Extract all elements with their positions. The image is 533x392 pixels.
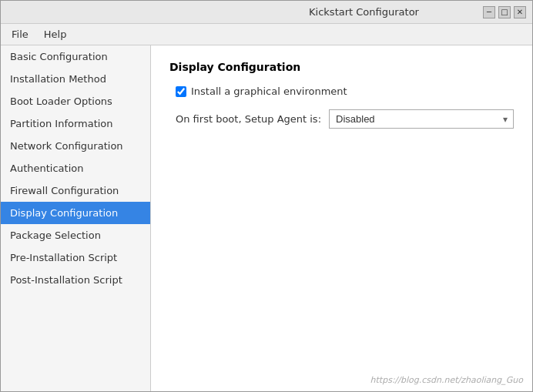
- titlebar-buttons: ─ □ ✕: [483, 6, 526, 18]
- setup-agent-dropdown[interactable]: Disabled Enabled Enabled in Reconfigurat…: [329, 109, 514, 129]
- content-area: Basic Configuration Installation Method …: [1, 45, 532, 391]
- menu-help[interactable]: Help: [36, 25, 75, 43]
- graphical-env-checkbox[interactable]: [176, 86, 186, 97]
- sidebar-item-display-configuration[interactable]: Display Configuration: [1, 202, 150, 224]
- graphical-env-label: Install a graphical environment: [191, 85, 347, 97]
- sidebar-item-basic-configuration[interactable]: Basic Configuration: [1, 45, 150, 68]
- watermark: https://blog.csdn.net/zhaoliang_Guo: [370, 375, 523, 385]
- menubar: File Help: [1, 24, 532, 45]
- sidebar-item-authentication[interactable]: Authentication: [1, 157, 150, 179]
- sidebar-item-network-configuration[interactable]: Network Configuration: [1, 135, 150, 157]
- setup-agent-dropdown-wrapper: Disabled Enabled Enabled in Reconfigurat…: [329, 109, 514, 129]
- sidebar-item-pre-installation-script[interactable]: Pre-Installation Script: [1, 246, 150, 269]
- app-window: Kickstart Configurator ─ □ ✕ File Help B…: [0, 0, 533, 392]
- sidebar-item-post-installation-script[interactable]: Post-Installation Script: [1, 269, 150, 291]
- sidebar-item-partition-information[interactable]: Partition Information: [1, 112, 150, 135]
- window-title: Kickstart Configurator: [245, 6, 483, 18]
- sidebar-item-installation-method[interactable]: Installation Method: [1, 68, 150, 90]
- sidebar-item-boot-loader-options[interactable]: Boot Loader Options: [1, 90, 150, 112]
- sidebar-item-firewall-configuration[interactable]: Firewall Configuration: [1, 179, 150, 202]
- setup-agent-row: On first boot, Setup Agent is: Disabled …: [176, 109, 514, 129]
- graphical-env-row: Install a graphical environment: [176, 85, 514, 97]
- close-button[interactable]: ✕: [514, 6, 526, 18]
- titlebar: Kickstart Configurator ─ □ ✕: [1, 1, 532, 24]
- section-title: Display Configuration: [169, 61, 514, 73]
- sidebar-item-package-selection[interactable]: Package Selection: [1, 224, 150, 246]
- main-panel: Display Configuration Install a graphica…: [151, 45, 532, 391]
- setup-agent-label: On first boot, Setup Agent is:: [176, 113, 321, 125]
- sidebar: Basic Configuration Installation Method …: [1, 45, 151, 391]
- menu-file[interactable]: File: [4, 25, 36, 43]
- minimize-button[interactable]: ─: [483, 6, 495, 18]
- maximize-button[interactable]: □: [498, 6, 511, 18]
